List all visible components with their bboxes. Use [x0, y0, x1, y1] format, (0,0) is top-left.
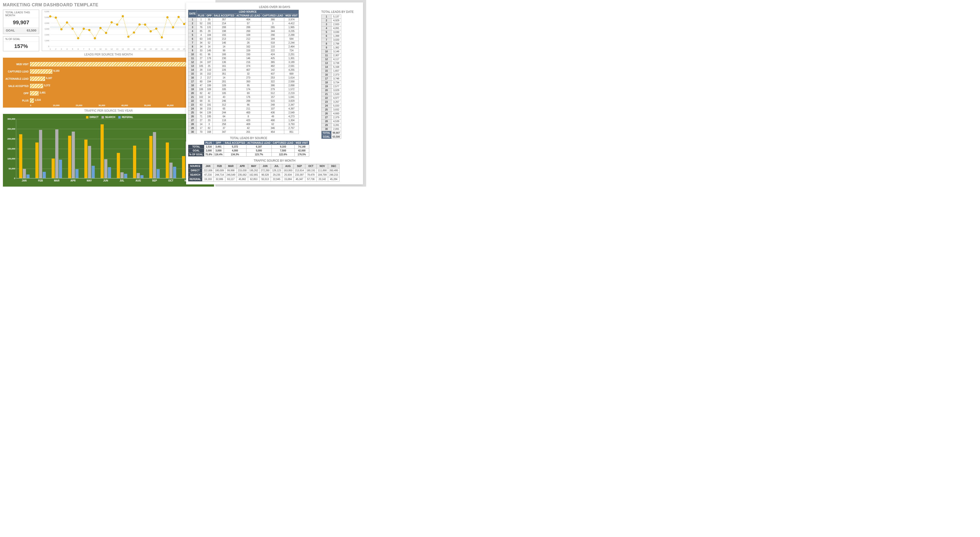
svg-point-46	[55, 17, 57, 19]
svg-point-62	[144, 24, 146, 25]
kpi-pct-goal: % OF GOAL 157%	[3, 36, 39, 51]
by-source-title: TOTAL LEADS BY SOURCE	[188, 137, 309, 140]
leads-30-table: DATELEAD SOURCEPLUSOPPSALE ACCEPTEDACTIO…	[188, 10, 299, 134]
leads-by-date-table: 15,13724,92932,93344,09153,03061,39973,0…	[321, 14, 341, 139]
kpi-goal-value: 63,500	[27, 29, 37, 32]
hbar-label: WEB VISIT	[4, 63, 29, 66]
svg-text:25: 25	[183, 48, 185, 50]
kpi-total-value: 99,907	[3, 18, 39, 27]
traffic-by-month-table: SOURCEJANFEBMARAPRMAYJUNJULAUGSEPOCTNOVD…	[188, 164, 339, 181]
grouped-bar-chart-traffic: DIRECT SEARCH REFERAL 050,000100,000150,…	[3, 114, 214, 187]
svg-point-64	[155, 28, 157, 30]
kpi-goal-label: GOAL	[6, 29, 15, 32]
traffic-legend: DIRECT SEARCH REFERAL	[3, 116, 214, 119]
svg-text:5: 5	[72, 48, 73, 50]
kpi-total-label: TOTAL LEADS THIS MONTH	[3, 10, 39, 18]
svg-point-67	[172, 26, 174, 29]
svg-text:16: 16	[133, 48, 135, 50]
svg-text:6,000: 6,000	[45, 10, 49, 13]
svg-text:21: 21	[161, 48, 163, 50]
hbar-label: ACTIONABLE LEAD	[4, 78, 29, 80]
svg-point-69	[183, 23, 185, 25]
hbar-label: SALE ACCEPTED	[4, 85, 29, 87]
svg-text:4: 4	[67, 48, 68, 50]
kpi-total-leads: TOTAL LEADS THIS MONTH 99,907 GOAL 63,50…	[3, 10, 39, 34]
svg-point-50	[77, 37, 79, 39]
svg-point-57	[116, 24, 118, 25]
svg-text:14: 14	[122, 48, 124, 50]
svg-point-51	[83, 28, 85, 30]
by-date-title: TOTAL LEADS BY DATE	[321, 10, 353, 14]
svg-text:2: 2	[55, 48, 56, 50]
svg-text:8: 8	[89, 48, 90, 50]
svg-point-58	[122, 15, 124, 17]
svg-text:24: 24	[178, 48, 180, 50]
traffic-per-source-title: TRAFFIC PER SOURCE THIS YEAR	[3, 108, 214, 114]
svg-point-65	[161, 37, 163, 38]
hbar-label: PLUS	[4, 99, 29, 102]
svg-point-52	[89, 29, 91, 31]
data-panel: LEADS OVER 30 DAYS DATELEAD SOURCEPLUSOP…	[186, 2, 363, 184]
svg-text:3,000: 3,000	[45, 28, 49, 30]
svg-text:9: 9	[94, 48, 95, 50]
svg-point-61	[138, 24, 140, 25]
leads-by-source-table: PLUSOPPSALE ACCEPTEDACTIONABLE LEADCAPTU…	[188, 141, 309, 157]
svg-point-66	[167, 16, 169, 18]
svg-point-60	[133, 32, 135, 33]
svg-text:3: 3	[61, 48, 62, 50]
svg-point-63	[150, 30, 152, 32]
svg-point-68	[178, 16, 180, 18]
kpi-pct-value: 157%	[3, 42, 39, 51]
svg-text:5,000: 5,000	[45, 16, 49, 18]
svg-point-55	[105, 32, 107, 34]
svg-point-59	[127, 36, 129, 38]
svg-text:7: 7	[83, 48, 84, 50]
svg-text:12: 12	[110, 48, 113, 50]
svg-text:18: 18	[144, 48, 146, 50]
svg-text:22: 22	[167, 48, 169, 50]
svg-text:15: 15	[127, 48, 129, 50]
svg-point-47	[60, 29, 62, 30]
svg-text:23: 23	[172, 48, 174, 50]
hbar-label: CAPTURED LEAD	[4, 70, 29, 73]
hbar-label: OPP	[4, 92, 29, 95]
svg-text:10: 10	[99, 48, 102, 50]
svg-text:2,000: 2,000	[45, 34, 49, 36]
hbar-chart-leads-per-source: WEB VISIT 74,148CAPTURED LEAD 9,193ACTIO…	[3, 58, 214, 108]
svg-point-56	[111, 21, 113, 23]
svg-text:13: 13	[116, 48, 118, 50]
svg-point-49	[72, 28, 74, 30]
svg-text:19: 19	[150, 48, 152, 50]
svg-point-48	[66, 22, 68, 24]
svg-text:11: 11	[105, 48, 107, 50]
svg-point-53	[94, 37, 96, 39]
svg-point-45	[49, 16, 51, 17]
svg-point-54	[100, 27, 102, 29]
leads-30-title: LEADS OVER 30 DAYS	[188, 5, 361, 9]
leads-per-source-title: LEADS PER SOURCE THIS MONTH	[3, 51, 214, 58]
traffic-table-title: TRAFFIC SOURCE BY MONTH	[188, 159, 361, 162]
svg-text:20: 20	[155, 48, 157, 50]
kpi-pct-label: % OF GOAL	[3, 37, 39, 42]
svg-text:6: 6	[78, 48, 79, 50]
svg-text:4,000: 4,000	[45, 22, 49, 24]
svg-text:17: 17	[138, 48, 140, 50]
page-title: MARKETING CRM DASHBOARD TEMPLATE	[3, 2, 214, 8]
svg-text:0: 0	[48, 45, 49, 48]
svg-text:1: 1	[50, 48, 51, 50]
svg-text:1,000: 1,000	[45, 40, 49, 42]
